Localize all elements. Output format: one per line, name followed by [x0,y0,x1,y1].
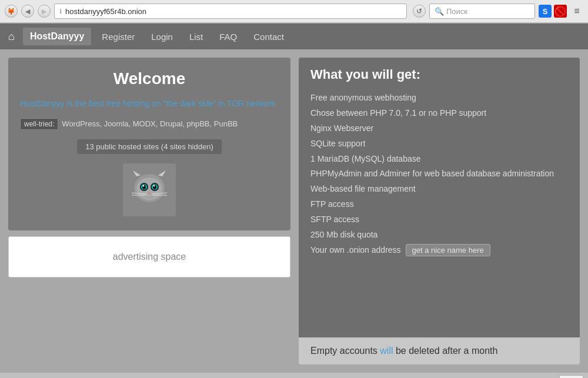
features-title: What you will get: [310,67,568,82]
search-placeholder: Поиск [446,7,467,16]
svg-point-13 [143,185,145,187]
feature-item-5: 1 MariaDB (MySQL) database [310,152,568,167]
features-box: What you will get: Free anonymous webhos… [299,58,580,337]
svg-point-6 [136,178,162,200]
refresh-button[interactable]: ↺ [413,5,426,18]
search-icon: 🔍 [435,7,444,16]
feature-item-1: Free anonymous webhosting [310,91,568,106]
back-button[interactable]: ◀ [21,5,34,18]
page-content: Welcome HostDanyyy is the best free host… [0,49,588,373]
info-icon: ℹ [59,8,62,15]
feature-item-6: PHPMyAdmin and Adminer for web based dat… [310,166,568,182]
empty-before: Empty accounts [310,346,380,356]
nav-register[interactable]: Register [93,28,143,45]
empty-highlight: will [380,346,393,356]
welcome-description: HostDanyyy is the best free hosting on "… [20,98,279,110]
feature-item-3: Nginx Webserver [310,121,568,136]
feature-item-9: SFTP access [310,212,568,228]
left-panel: Welcome HostDanyyy is the best free host… [8,58,290,364]
extension-icons: S 🚫 [539,5,567,18]
cat-image [123,163,176,216]
nav-contact[interactable]: Contact [245,28,292,45]
feature-item-10: 250 Mb disk quota [310,228,568,243]
right-panel: What you will get: Free anonymous webhos… [299,58,580,364]
search-bar[interactable]: 🔍 Поиск [429,4,535,19]
feature-item-2: Chose between PHP 7.0, 7.1 or no PHP sup… [310,106,568,121]
url-text: hostdanyyyf65r4b.onion [65,7,146,16]
advertising-box: advertising space [8,236,290,277]
advertising-text: advertising space [113,252,186,262]
counter-box: 1187 [559,375,583,378]
browser-toolbar: 🦊 ◀ ▶ ℹ hostdanyyyf65r4b.onion ↺ 🔍 Поиск… [0,0,588,23]
ext-icon-s[interactable]: S [539,5,552,18]
well-tried-row: well-tried: WordPress, Joomla, MODX, Dru… [20,118,279,130]
feature-item-8: FTP access [310,197,568,212]
nice-name-button[interactable]: get a nice name here [406,244,490,256]
nav-faq[interactable]: FAQ [211,28,245,45]
welcome-title: Welcome [20,69,279,88]
browser-menu-button[interactable]: ≡ [570,5,583,18]
features-list: Free anonymous webhosting Chose between … [310,91,568,258]
nav-login[interactable]: Login [143,28,181,45]
nav-list[interactable]: List [181,28,211,45]
counter-row: 1187 [0,373,588,378]
onion-row: Your own .onion address get a nice name … [310,243,568,258]
feature-item-7: Web-based file management [310,182,568,197]
ext-icon-block[interactable]: 🚫 [554,5,567,18]
feature-item-4: SQLite support [310,136,568,152]
onion-label: Your own .onion address [310,243,401,258]
nav-brand[interactable]: HostDanyyy [23,28,91,45]
welcome-box: Welcome HostDanyyy is the best free host… [8,58,290,230]
feature-item-11: Your own .onion address get a nice name … [310,243,568,258]
well-tried-badge: well-tried: [20,118,58,130]
hosted-sites-button[interactable]: 13 public hosted sites (4 sites hidden) [77,139,222,154]
site-nav: ⌂ HostDanyyy Register Login List FAQ Con… [0,24,588,49]
cat-svg [123,163,176,216]
cat-image-container [20,163,279,216]
browser-app-menu[interactable]: 🦊 [5,5,18,18]
empty-accounts-text: Empty accounts will be deleted after a m… [310,346,497,356]
browser-chrome: 🦊 ◀ ▶ ℹ hostdanyyyf65r4b.onion ↺ 🔍 Поиск… [0,0,588,24]
well-tried-text: WordPress, Joomla, MODX, Drupal, phpBB, … [62,118,238,130]
forward-button[interactable]: ▶ [38,5,51,18]
url-bar[interactable]: ℹ hostdanyyyf65r4b.onion [54,4,407,19]
empty-accounts-box: Empty accounts will be deleted after a m… [299,337,580,364]
home-nav-icon[interactable]: ⌂ [5,27,18,46]
svg-point-14 [153,185,155,187]
empty-after: be deleted after a month [393,346,498,356]
